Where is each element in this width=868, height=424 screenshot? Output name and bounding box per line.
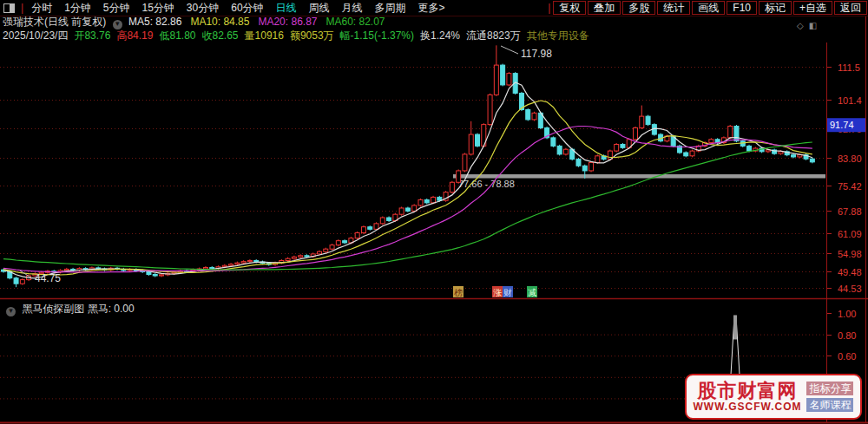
y-axis-tick: 83.80 <box>838 153 862 164</box>
candle-down <box>147 271 151 274</box>
indicator-name[interactable]: 黑马侦探副图 <box>22 303 84 315</box>
split-window-icon[interactable]: ◧ <box>809 21 822 30</box>
menu-item-5分钟[interactable]: 5分钟 <box>97 2 136 14</box>
watermark-left: 股市财富网 WWW.GSCFW.COM <box>694 382 802 413</box>
quote-field: 2025/10/23/四 <box>3 29 68 42</box>
candle-down <box>551 138 556 147</box>
y-axis-tick: 101.4 <box>838 95 862 106</box>
svg-text:117.98: 117.98 <box>521 48 552 60</box>
candle-down <box>621 144 625 147</box>
menu-button-画线[interactable]: 画线 <box>692 1 725 15</box>
event-marker-榜[interactable]: 榜 <box>453 286 464 297</box>
candle-up <box>324 249 328 251</box>
menu-item-多周期[interactable]: 多周期 <box>369 2 412 14</box>
candle-up <box>418 199 423 205</box>
menubar-right: | 复权叠加多股统计画线F10标记+自选返回 <box>546 2 868 14</box>
candle-up <box>457 171 461 182</box>
stock-app-window: { "menubar": { "left_items": ["分时","1分钟"… <box>0 0 868 424</box>
candle-down <box>368 227 372 230</box>
event-marker-财[interactable]: 财 <box>503 286 513 297</box>
menu-button-+自选[interactable]: +自选 <box>793 1 832 15</box>
candle-down <box>747 146 752 151</box>
candle-down <box>14 278 18 284</box>
indicator-tick: 0.60 <box>838 351 856 362</box>
candle-up <box>235 263 240 264</box>
watermark-url: WWW.GSCFW.COM <box>694 401 802 413</box>
menubar-separator: | <box>21 2 23 14</box>
candle-down <box>557 146 562 154</box>
candle-up <box>779 152 783 153</box>
quote-field: 低81.80 <box>159 29 195 42</box>
svg-text:财: 财 <box>503 288 512 297</box>
candle-up <box>399 208 404 214</box>
candle-up <box>494 65 498 95</box>
support-band-label: 77.66 - 78.88 <box>458 179 515 189</box>
candle-up <box>640 116 644 127</box>
ma-value: MA60: 82.07 <box>326 16 385 28</box>
candle-up <box>615 144 619 151</box>
indicator-chevron-icon[interactable]: ▾ <box>6 307 16 316</box>
svg-text:榜: 榜 <box>454 288 463 297</box>
watermark: 股市财富网 WWW.GSCFW.COM 指标分享 名师课程 <box>685 374 862 420</box>
candle-up <box>361 227 365 233</box>
y-axis-tick: 44.53 <box>838 284 862 294</box>
menu-item-1分钟[interactable]: 1分钟 <box>58 2 97 14</box>
menu-item-分时[interactable]: 分时 <box>25 2 58 14</box>
y-axis: 111.5101.492.7683.8075.4267.8861.0954.98… <box>826 62 862 294</box>
candle-up <box>728 127 733 138</box>
quote-field: 高84.19 <box>116 29 153 42</box>
window-icon[interactable] <box>3 3 15 13</box>
y-axis-tick: 49.48 <box>838 267 862 277</box>
event-marker-减[interactable]: 减 <box>527 286 537 297</box>
menu-item-日线[interactable]: 日线 <box>270 2 303 14</box>
event-marker-涨[interactable]: 涨 <box>492 286 503 297</box>
candle-up <box>336 241 340 245</box>
menu-button-多股[interactable]: 多股 <box>622 1 655 15</box>
candle-down <box>792 155 796 157</box>
candle-up <box>222 265 227 267</box>
menu-item-更多>[interactable]: 更多> <box>412 2 451 14</box>
menu-item-60分钟[interactable]: 60分钟 <box>225 2 269 14</box>
y-axis-tick: 75.42 <box>838 181 862 192</box>
candle-down <box>476 134 480 146</box>
candle-down <box>210 268 214 269</box>
indicator-value: 黑马: 0.00 <box>88 303 135 315</box>
price-badge-label: 91.74 <box>830 120 854 130</box>
ma-values: MA5: 82.86MA10: 84.85MA20: 86.87MA60: 82… <box>128 16 394 28</box>
menu-button-叠加[interactable]: 叠加 <box>588 1 621 15</box>
svg-text:涨: 涨 <box>493 288 502 297</box>
stock-title[interactable]: 强瑞技术(日线 前复权) <box>3 16 106 28</box>
candle-up <box>229 264 233 266</box>
menu-item-月线[interactable]: 月线 <box>336 2 369 14</box>
menu-button-统计[interactable]: 统计 <box>657 1 690 15</box>
menu-button-返回[interactable]: 返回 <box>834 1 867 15</box>
indicator-tick: 0.80 <box>838 330 856 341</box>
tool-menu: 复权叠加多股统计画线F10标记+自选返回 <box>552 2 868 14</box>
svg-text:44.75: 44.75 <box>35 272 61 284</box>
candle-up <box>469 134 473 154</box>
chevron-down-icon[interactable]: ▾ <box>113 20 122 29</box>
menu-button-F10[interactable]: F10 <box>727 1 757 15</box>
menu-item-30分钟[interactable]: 30分钟 <box>181 2 225 14</box>
candle-up <box>507 74 511 85</box>
watermark-badge-bottom: 名师课程 <box>806 398 853 412</box>
price-annotation: 117.98 <box>501 46 552 60</box>
diamond-icon[interactable]: ◇ <box>797 21 809 30</box>
candle-down <box>582 166 587 171</box>
support-band <box>453 174 825 179</box>
candle-up <box>488 95 492 124</box>
quote-field: 收82.65 <box>202 29 239 42</box>
menu-button-标记[interactable]: 标记 <box>759 1 792 15</box>
candle-up <box>412 205 417 211</box>
ma-value: MA10: 84.85 <box>190 16 249 28</box>
candle-up <box>299 256 303 258</box>
candle-up <box>634 127 638 139</box>
quote-field: 额9053万 <box>290 29 334 42</box>
watermark-badge-top: 指标分享 <box>806 382 853 395</box>
menu-item-周线[interactable]: 周线 <box>303 2 336 14</box>
menu-button-复权[interactable]: 复权 <box>553 1 586 15</box>
svg-text:减: 减 <box>528 288 536 297</box>
watermark-title: 股市财富网 <box>694 382 802 401</box>
y-axis-tick: 111.5 <box>838 62 860 73</box>
menu-item-15分钟[interactable]: 15分钟 <box>136 2 181 14</box>
